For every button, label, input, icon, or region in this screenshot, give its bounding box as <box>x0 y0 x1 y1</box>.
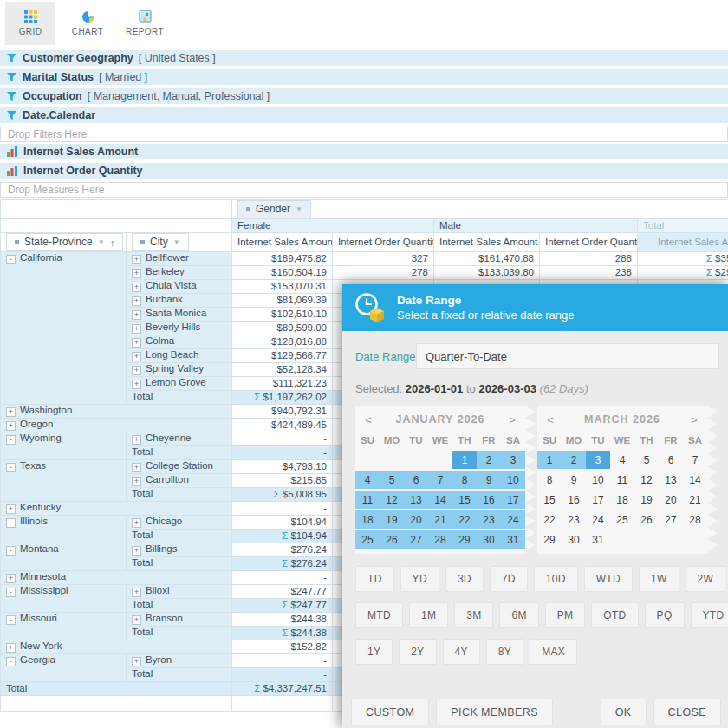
value-cell[interactable]: $152.82 <box>232 640 333 654</box>
quick-range-button-max[interactable]: MAX <box>530 639 577 665</box>
day-cell[interactable]: 27 <box>404 530 428 549</box>
expand-icon[interactable]: + <box>6 574 16 583</box>
quick-range-button-1m[interactable]: 1M <box>409 602 448 628</box>
day-cell[interactable]: 23 <box>562 510 586 529</box>
measure-header-cell[interactable]: Internet Order Quantity <box>333 233 434 252</box>
value-cell[interactable]: - <box>232 432 333 446</box>
day-cell[interactable]: 26 <box>380 530 404 549</box>
collapse-icon[interactable]: - <box>6 588 16 597</box>
quick-range-button-1y[interactable]: 1Y <box>355 639 393 665</box>
state-cell[interactable]: +Oregon <box>1 419 232 432</box>
city-cell[interactable]: +Bellflower <box>127 252 232 266</box>
day-cell[interactable]: 11 <box>610 471 634 489</box>
value-cell[interactable]: $940,792.31 <box>232 405 333 419</box>
value-cell[interactable]: Σ $244.38 <box>232 627 333 640</box>
day-cell[interactable]: 9 <box>477 471 501 489</box>
day-cell[interactable]: 11 <box>355 491 380 509</box>
day-cell[interactable]: 22 <box>452 510 477 529</box>
day-cell[interactable]: 21 <box>428 510 452 529</box>
date-range-input[interactable] <box>416 343 719 369</box>
expand-icon[interactable]: + <box>132 477 141 486</box>
filter-row-2[interactable]: Occupation[ Management, Manual, Professi… <box>0 88 728 104</box>
day-cell[interactable]: 17 <box>586 491 610 509</box>
expand-icon[interactable]: + <box>132 380 141 389</box>
value-cell[interactable]: Σ $104.94 <box>232 530 333 543</box>
value-cell[interactable]: $247.77 <box>232 585 333 599</box>
state-cell[interactable]: -Texas <box>1 460 127 502</box>
day-cell[interactable]: 22 <box>537 510 562 529</box>
state-cell[interactable]: -Illinois <box>1 516 127 543</box>
value-cell[interactable]: 327 <box>333 252 434 266</box>
next-month-button[interactable]: > <box>504 413 520 426</box>
column-group-female[interactable]: Female <box>232 219 434 233</box>
expand-icon[interactable]: + <box>132 615 141 625</box>
day-cell[interactable]: 8 <box>537 471 562 489</box>
state-cell[interactable]: +Minnesota <box>1 571 232 585</box>
drop-measures-zone[interactable]: Drop Measures Here <box>0 182 728 198</box>
collapse-icon[interactable]: - <box>6 463 16 472</box>
value-cell[interactable]: $133,039.80 <box>434 266 540 280</box>
value-cell[interactable]: Σ $276.24 <box>232 557 333 571</box>
day-cell[interactable]: 29 <box>452 530 477 549</box>
expand-icon[interactable]: + <box>132 296 141 306</box>
expand-icon[interactable]: + <box>132 657 141 666</box>
city-field-chip[interactable]: City▼ <box>132 233 189 251</box>
city-cell[interactable]: +Billings <box>127 543 232 557</box>
day-cell[interactable]: 2 <box>477 451 501 469</box>
quick-range-button-qtd[interactable]: QTD <box>591 602 638 628</box>
state-cell[interactable]: +Washington <box>1 405 232 419</box>
expand-icon[interactable]: + <box>132 546 141 556</box>
state-cell[interactable]: -Missouri <box>1 613 127 640</box>
subtotal-label-cell[interactable]: Total <box>127 668 232 682</box>
expand-icon[interactable]: + <box>132 366 141 375</box>
day-cell[interactable]: 27 <box>659 510 683 529</box>
quick-range-button-10d[interactable]: 10D <box>534 566 578 592</box>
next-month-button[interactable]: > <box>686 413 702 426</box>
day-cell[interactable]: 30 <box>477 530 501 549</box>
day-cell[interactable]: 23 <box>477 510 501 529</box>
value-cell[interactable]: $52,128.34 <box>232 363 333 377</box>
value-cell[interactable]: Σ $4,337,247.51 <box>232 682 333 696</box>
day-cell[interactable]: 19 <box>634 491 659 509</box>
expand-icon[interactable]: + <box>132 283 141 292</box>
measure-header-cell[interactable]: Internet Sales Amount <box>434 233 540 252</box>
quick-range-button-pq[interactable]: PQ <box>645 602 685 628</box>
filter-row-0[interactable]: Customer Geography[ United States ] <box>0 50 728 66</box>
day-cell[interactable]: 20 <box>404 510 428 529</box>
quick-range-button-3m[interactable]: 3M <box>454 602 493 628</box>
city-cell[interactable]: +Branson <box>127 613 232 627</box>
prev-month-button[interactable]: < <box>543 413 558 426</box>
value-cell[interactable]: $424,489.45 <box>232 419 333 432</box>
value-cell[interactable]: $102,510.10 <box>232 308 333 322</box>
filter-row-3[interactable]: Date.Calendar <box>0 107 728 123</box>
expand-icon[interactable]: + <box>132 269 141 278</box>
expand-icon[interactable]: + <box>132 352 141 361</box>
day-cell[interactable]: 2 <box>562 451 586 469</box>
city-cell[interactable]: +College Station <box>127 460 232 474</box>
subtotal-label-cell[interactable]: Total <box>127 627 232 640</box>
quick-range-button-pm[interactable]: PM <box>545 602 586 628</box>
day-cell[interactable]: 5 <box>380 471 404 489</box>
column-group-total[interactable]: Total <box>638 219 728 233</box>
expand-icon[interactable]: + <box>6 504 16 514</box>
expand-icon[interactable]: + <box>6 421 16 431</box>
day-cell[interactable]: 28 <box>428 530 452 549</box>
city-cell[interactable]: +Berkeley <box>127 266 232 280</box>
quick-range-button-2w[interactable]: 2W <box>686 566 726 592</box>
day-cell[interactable]: 24 <box>586 510 610 529</box>
value-cell[interactable]: $160,504.19 <box>232 266 333 280</box>
day-cell[interactable]: 16 <box>562 491 586 509</box>
state-cell[interactable]: -Wyoming <box>1 432 127 460</box>
city-cell[interactable]: +Beverly Hills <box>127 322 232 335</box>
quick-range-button-2y[interactable]: 2Y <box>399 639 436 665</box>
value-cell[interactable]: - <box>232 654 333 668</box>
day-cell[interactable]: 6 <box>404 471 428 489</box>
value-cell[interactable]: $153,070.31 <box>232 280 333 294</box>
city-cell[interactable]: +Biloxi <box>127 585 232 599</box>
day-cell[interactable]: 6 <box>659 451 683 469</box>
day-cell[interactable]: 16 <box>477 491 501 509</box>
quick-range-button-8y[interactable]: 8Y <box>486 639 523 665</box>
state-cell[interactable]: -Georgia <box>1 654 127 682</box>
day-cell[interactable]: 28 <box>683 510 707 529</box>
expand-icon[interactable]: + <box>132 338 141 348</box>
